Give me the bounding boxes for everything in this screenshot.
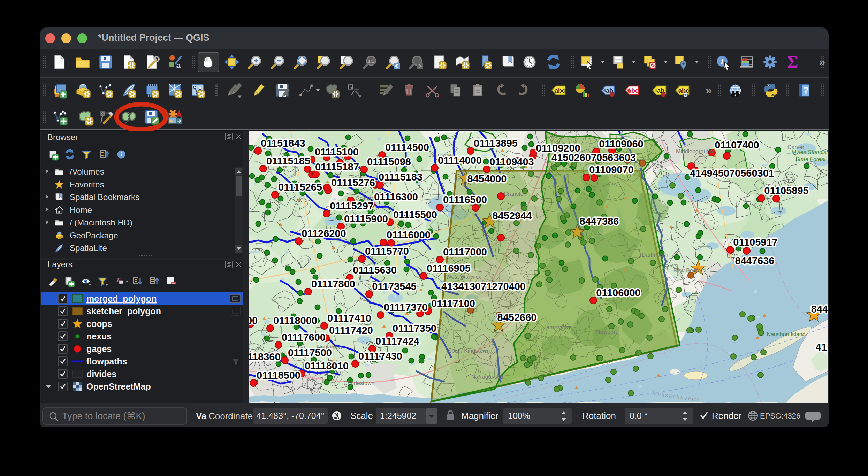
svg-text:01115770: 01115770 [365, 246, 409, 257]
svg-text:0.0 °: 0.0 ° [630, 411, 648, 421]
svg-text:118360: 118360 [249, 351, 281, 362]
svg-text:Middleborough: Middleborough [676, 148, 713, 154]
svg-text:01118010: 01118010 [305, 360, 349, 371]
svg-text:01115265: 01115265 [278, 182, 322, 193]
svg-text:01117600: 01117600 [282, 332, 326, 343]
svg-text:01151843: 01151843 [261, 138, 305, 149]
svg-text:01126200: 01126200 [302, 228, 346, 239]
svg-text:01117424: 01117424 [375, 336, 419, 347]
svg-text:01117420: 01117420 [329, 325, 373, 336]
svg-text:413413071270400: 413413071270400 [441, 281, 526, 292]
svg-text:South Kingstown: South Kingstown [448, 348, 490, 354]
svg-text:Render: Render [712, 410, 742, 421]
svg-text:Scale: Scale [350, 410, 373, 421]
svg-text:flowpaths: flowpaths [86, 356, 127, 366]
svg-text:01117430: 01117430 [358, 351, 402, 362]
svg-text:8454000: 8454000 [467, 173, 507, 184]
svg-text:01118500: 01118500 [257, 370, 300, 381]
svg-text:i: i [121, 152, 122, 158]
svg-text:415026070563603: 415026070563603 [551, 152, 636, 163]
svg-text:SpatiaLite: SpatiaLite [70, 243, 107, 253]
svg-text:Naushon Island: Naushon Island [767, 331, 805, 337]
svg-text:abc: abc [678, 87, 689, 94]
svg-text:gages: gages [86, 344, 112, 354]
svg-text:01115276: 01115276 [331, 177, 375, 188]
svg-text:Spatial Bookmarks: Spatial Bookmarks [70, 192, 139, 202]
svg-text:/ (Macintosh HD): / (Macintosh HD) [70, 218, 132, 227]
svg-text:01106000: 01106000 [596, 287, 640, 298]
svg-text:01115183: 01115183 [379, 171, 422, 183]
svg-text:01115187: 01115187 [315, 161, 359, 172]
svg-text:01117000: 01117000 [443, 246, 487, 258]
svg-text:/Volumes: /Volumes [70, 167, 104, 176]
svg-text:844: 844 [811, 304, 828, 315]
svg-text:01114500: 01114500 [385, 142, 429, 153]
svg-text:nexus: nexus [86, 331, 112, 341]
svg-text:Narragansett: Narragansett [471, 374, 504, 380]
svg-text:State Forest: State Forest [795, 156, 826, 162]
svg-text:01115630: 01115630 [353, 264, 397, 276]
svg-text:100%: 100% [508, 411, 530, 421]
svg-text:Newport: Newport [596, 329, 617, 335]
svg-text:a: a [176, 61, 181, 70]
svg-text:EPSG:4326: EPSG:4326 [760, 412, 800, 420]
svg-text:divides: divides [86, 369, 116, 379]
svg-text:Charlestown: Charlestown [344, 380, 375, 386]
svg-text:Coordinate: Coordinate [208, 411, 253, 421]
svg-text:01107400: 01107400 [715, 139, 759, 151]
svg-text:01117370: 01117370 [384, 302, 428, 313]
svg-text:Myles Standish: Myles Standish [792, 149, 828, 155]
svg-text:New Bedford: New Bedford [673, 268, 706, 274]
svg-text:01117410: 01117410 [327, 313, 371, 324]
svg-text:01115297: 01115297 [330, 200, 374, 212]
svg-text:01115100: 01115100 [315, 146, 359, 158]
svg-text:01117500: 01117500 [288, 347, 332, 358]
svg-text:01105895: 01105895 [764, 185, 808, 196]
svg-text:i: i [721, 57, 723, 66]
svg-text:Rotation: Rotation [582, 410, 616, 421]
svg-text:01117800: 01117800 [311, 278, 355, 290]
svg-text:01105917: 01105917 [733, 237, 777, 248]
svg-text:1:1: 1:1 [368, 59, 374, 64]
svg-text:merged_polygon: merged_polygon [86, 294, 157, 304]
svg-text:8452660: 8452660 [497, 312, 537, 323]
svg-text:Va: Va [196, 411, 207, 421]
svg-text:Magnifier: Magnifier [461, 410, 498, 421]
svg-text:8447386: 8447386 [580, 216, 619, 227]
svg-text:41.483°, -70.704°: 41.483°, -70.704° [256, 411, 324, 421]
svg-text:01109403: 01109403 [489, 156, 534, 167]
svg-text:01109440: 01109440 [430, 131, 474, 133]
svg-text:01115098: 01115098 [367, 156, 411, 167]
svg-text:01114000: 01114000 [438, 155, 482, 166]
svg-text:8452944: 8452944 [493, 210, 532, 221]
svg-text:41: 41 [816, 341, 827, 353]
svg-text:01173545: 01173545 [372, 281, 416, 292]
svg-text:Type to locate (⌘K): Type to locate (⌘K) [62, 411, 145, 421]
svg-text:GeoPackage: GeoPackage [70, 231, 118, 240]
svg-text:Favorites: Favorites [70, 180, 104, 189]
svg-text:?: ? [803, 85, 809, 96]
svg-text:Dartmouth: Dartmouth [642, 252, 668, 258]
svg-text:»: » [706, 84, 712, 97]
svg-text:Home: Home [70, 205, 92, 215]
svg-text:01113895: 01113895 [474, 138, 518, 149]
svg-text:01116500: 01116500 [443, 194, 487, 205]
svg-text:1:245902: 1:245902 [380, 411, 416, 421]
svg-text:414945070560301: 414945070560301 [690, 168, 774, 179]
svg-text:01116905: 01116905 [427, 263, 471, 274]
svg-text:West Warwick: West Warwick [446, 274, 481, 280]
svg-text:01116300: 01116300 [374, 191, 418, 202]
svg-text:01109070: 01109070 [589, 164, 633, 175]
svg-text:Cranston: Cranston [504, 191, 527, 197]
svg-text:01109060: 01109060 [599, 138, 643, 149]
svg-text:»: » [819, 55, 825, 68]
svg-text:01115500: 01115500 [393, 209, 437, 220]
svg-text:Jamestown: Jamestown [544, 324, 572, 330]
svg-text:abc: abc [555, 87, 565, 94]
svg-text:OpenStreetMap: OpenStreetMap [86, 382, 151, 391]
svg-text:sketcher_polygon: sketcher_polygon [86, 306, 161, 316]
svg-text:coops: coops [86, 319, 112, 329]
svg-text:01115900: 01115900 [344, 213, 388, 224]
svg-text:01117350: 01117350 [393, 323, 436, 334]
svg-text:01115185: 01115185 [266, 155, 310, 167]
